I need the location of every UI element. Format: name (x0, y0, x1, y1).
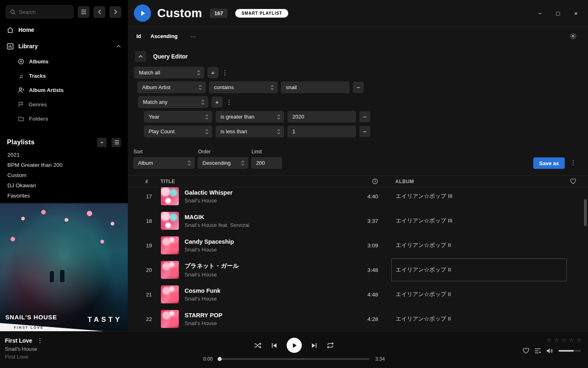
column-album[interactable]: ALBUM (391, 179, 567, 184)
table-row[interactable]: 21 Cosmo Funk Snail's House 4:48 エイリアン☆ポ… (128, 282, 588, 307)
star-icon[interactable]: ☆ (546, 337, 552, 344)
order-select[interactable]: Descending (198, 157, 248, 169)
remove-rule-button[interactable]: − (353, 82, 364, 93)
star-icon[interactable]: ☆ (561, 337, 567, 344)
sidebar-item-albums[interactable]: Albums (0, 54, 128, 69)
track-album[interactable]: エイリアン☆ポップ III (391, 209, 567, 232)
now-playing-title[interactable]: First Love (5, 337, 32, 344)
column-title[interactable]: TITLE (160, 179, 345, 184)
previous-track-icon[interactable] (271, 343, 277, 348)
track-album[interactable]: エイリアン☆ポップ II (391, 234, 567, 257)
sidebar-item-library[interactable]: Library (0, 38, 128, 54)
track-artist[interactable]: Snail's House (185, 197, 345, 204)
track-title[interactable]: Candy Spaceship (185, 238, 345, 245)
sidebar-item-genres[interactable]: Genres (0, 97, 128, 112)
collapse-query-editor-button[interactable] (135, 51, 146, 62)
search-input[interactable] (19, 9, 69, 15)
minimize-button[interactable]: − (537, 10, 543, 17)
track-title[interactable]: MAGIK (185, 214, 345, 220)
now-playing-album[interactable]: First Love (5, 354, 43, 360)
rule-field-select[interactable]: Year (144, 111, 212, 123)
nav-back-button[interactable] (94, 6, 105, 18)
shuffle-icon[interactable] (254, 342, 262, 349)
rule-value-input[interactable] (281, 81, 350, 93)
next-track-icon[interactable] (311, 343, 317, 348)
play-pause-button[interactable] (287, 338, 302, 353)
volume-icon[interactable] (546, 348, 553, 354)
menu-button[interactable] (78, 6, 89, 18)
now-playing-artist[interactable]: Snail's House (5, 346, 43, 352)
playlist-item[interactable]: DJ Okawari (0, 180, 128, 191)
rule-group-menu-icon[interactable]: ⋮ (222, 69, 228, 76)
track-album[interactable]: エイリアン☆ポップ III (391, 187, 567, 208)
track-artist[interactable]: Snail's House (185, 247, 345, 253)
limit-input[interactable] (251, 157, 282, 169)
track-artist[interactable]: Snail's House feat. Sennzai (185, 222, 345, 228)
rule-operator-select[interactable]: contains (209, 81, 278, 93)
star-icon[interactable]: ☆ (577, 337, 582, 344)
volume-slider[interactable] (559, 350, 581, 352)
now-playing-menu-icon[interactable]: ⋮ (37, 337, 43, 344)
repeat-icon[interactable] (327, 342, 334, 348)
track-title[interactable]: プラネット・ガール (185, 262, 345, 270)
toolbar-more-button[interactable]: ⋯ (190, 33, 196, 40)
close-button[interactable]: × (573, 10, 579, 17)
now-playing-album-art[interactable]: SNAIL'S HOUSE FIRST LOVE TASTY (0, 203, 128, 331)
playlist-list-button[interactable] (111, 138, 121, 147)
scrollbar-thumb[interactable] (584, 199, 587, 226)
rule-operator-select[interactable]: is less than (216, 126, 284, 137)
rule-value-input[interactable] (287, 126, 356, 137)
gear-icon[interactable] (570, 33, 577, 40)
track-title[interactable]: Cosmo Funk (185, 287, 345, 294)
playlist-item[interactable]: Custom (0, 170, 128, 180)
seek-handle[interactable] (218, 357, 222, 361)
table-row[interactable]: 19 Candy Spaceship Snail's House 3:09 エイ… (128, 233, 588, 258)
star-icon[interactable]: ☆ (569, 337, 574, 344)
track-album-focused-cell[interactable]: エイリアン☆ポップ II (391, 258, 567, 281)
sidebar-item-home[interactable]: Home (0, 22, 128, 38)
sidebar-item-album-artists[interactable]: Album Artists (0, 83, 128, 97)
track-title[interactable]: Galactic Whisper (185, 189, 345, 196)
rule-field-select[interactable]: Album Artist (137, 81, 206, 93)
nav-forward-button[interactable] (109, 6, 121, 18)
sort-field-button[interactable]: Id (136, 33, 141, 39)
track-artist[interactable]: Snail's House (185, 296, 345, 302)
remove-rule-button[interactable]: − (359, 126, 370, 137)
track-artist[interactable]: Snail's House (185, 272, 345, 278)
playlist-item[interactable]: Favorites (0, 191, 128, 201)
track-album[interactable]: エイリアン☆ポップ II (391, 307, 567, 330)
track-album[interactable]: エイリアン☆ポップ II (391, 283, 567, 306)
rule-value-input[interactable] (287, 111, 356, 123)
remove-rule-button[interactable]: − (359, 111, 370, 122)
playlist-item[interactable]: BPM Greater than 200 (0, 160, 128, 170)
table-row[interactable]: 22 STARRY POP Snail's House 4:28 エイリアン☆ポ… (128, 307, 588, 331)
add-group-rule-button[interactable]: + (212, 96, 223, 108)
add-playlist-button[interactable]: + (97, 138, 107, 147)
sidebar-item-folders[interactable]: Folders (0, 112, 128, 126)
match-type-select[interactable]: Match all (134, 67, 204, 79)
column-index[interactable]: # (128, 179, 152, 184)
table-row[interactable]: 18 MAGIK Snail's House feat. Sennzai 3:3… (128, 209, 588, 233)
track-artist[interactable]: Snail's House (185, 320, 345, 326)
group-menu-icon[interactable]: ⋮ (226, 99, 232, 106)
seek-bar[interactable] (218, 358, 370, 360)
sidebar-item-tracks[interactable]: ♫ Tracks (0, 69, 128, 83)
play-playlist-button[interactable] (134, 4, 151, 22)
table-row[interactable]: 17 Galactic Whisper Snail's House 4:40 エ… (128, 187, 588, 209)
group-match-type-select[interactable]: Match any (138, 96, 208, 108)
queue-icon[interactable] (535, 348, 541, 354)
rule-field-select[interactable]: Play Count (144, 126, 212, 137)
save-menu-icon[interactable]: ⋮ (570, 159, 577, 166)
duration-column-clock-icon[interactable] (345, 178, 378, 184)
chevron-up-icon[interactable] (116, 45, 121, 48)
add-rule-button[interactable]: + (207, 67, 218, 78)
save-as-button[interactable]: Save as (533, 157, 565, 169)
maximize-button[interactable]: □ (555, 10, 561, 17)
rule-operator-select[interactable]: is greater than (216, 111, 284, 123)
star-icon[interactable]: ☆ (554, 337, 559, 344)
favorite-column-heart-icon[interactable] (567, 179, 579, 184)
table-row[interactable]: 20 プラネット・ガール Snail's House 3:48 エイリアン☆ポッ… (128, 258, 588, 282)
track-title[interactable]: STARRY POP (185, 312, 345, 319)
playlist-item[interactable]: 2021 (0, 150, 128, 160)
favorite-heart-icon[interactable] (523, 348, 529, 354)
